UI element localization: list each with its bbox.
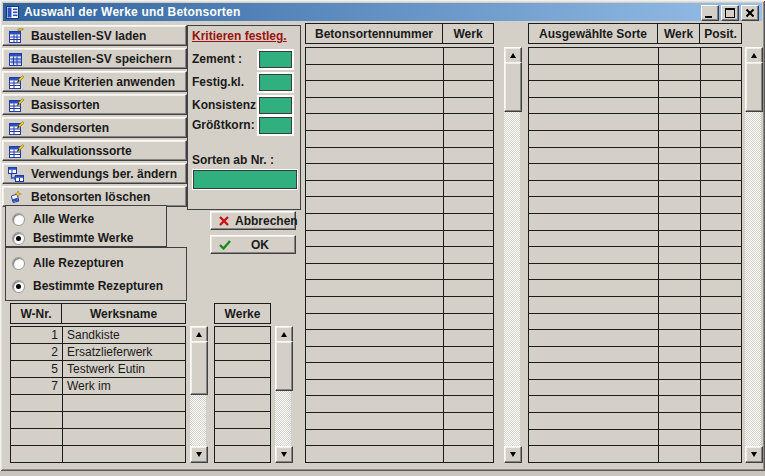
table-row[interactable] — [528, 113, 742, 131]
table-row[interactable] — [528, 97, 742, 115]
ausgewaehlte-sorte-column-header[interactable]: Ausgewählte Sorte — [528, 23, 658, 44]
kalkulationssorte-button[interactable]: Kalkulationssorte — [2, 140, 187, 161]
table-row[interactable] — [305, 97, 494, 115]
table-row[interactable] — [528, 213, 742, 231]
table-row[interactable] — [528, 64, 742, 82]
table-row[interactable] — [305, 130, 494, 148]
table-row[interactable] — [528, 395, 742, 413]
close-button[interactable] — [741, 5, 759, 21]
wnr-column-header[interactable]: W-Nr. — [10, 303, 62, 324]
table-row[interactable] — [528, 80, 742, 98]
selected-werke-scrollbar[interactable] — [275, 326, 291, 463]
minimize-button[interactable] — [701, 5, 719, 21]
table-row[interactable] — [305, 329, 494, 347]
table-row[interactable] — [528, 279, 742, 297]
table-row[interactable] — [10, 445, 186, 463]
table-row[interactable] — [305, 296, 494, 314]
table-row[interactable] — [305, 395, 494, 413]
groesstkorn-field[interactable] — [259, 117, 292, 134]
festigkl-field[interactable] — [259, 74, 292, 91]
zement-field[interactable] — [259, 51, 292, 68]
table-row[interactable] — [305, 445, 494, 463]
table-row[interactable] — [305, 196, 494, 214]
table-row[interactable] — [214, 343, 271, 361]
table-row[interactable] — [214, 360, 271, 378]
table-row[interactable] — [214, 445, 271, 463]
table-row[interactable] — [528, 313, 742, 331]
table-row[interactable] — [305, 346, 494, 364]
titlebar[interactable]: Auswahl der Werke und Betonsorten — [3, 3, 762, 21]
cancel-button[interactable]: Abbrechen — [210, 211, 296, 230]
table-row[interactable] — [528, 180, 742, 198]
baustellen-sv-speichern-button[interactable]: Baustellen-SV speichern — [2, 48, 187, 69]
neue-kriterien-anwenden-button[interactable]: Neue Kriterien anwenden — [2, 71, 187, 92]
werk-column-header[interactable]: Werk — [657, 23, 700, 44]
table-row[interactable] — [305, 180, 494, 198]
table-row[interactable] — [305, 362, 494, 380]
table-row[interactable] — [214, 377, 271, 395]
ok-button[interactable]: OK — [210, 235, 296, 254]
table-row[interactable] — [305, 263, 494, 281]
table-row[interactable]: 1Sandkiste — [10, 326, 186, 344]
werke-table-scrollbar[interactable] — [190, 326, 206, 463]
table-row[interactable] — [305, 113, 494, 131]
scroll-down-button[interactable] — [275, 446, 293, 463]
table-row[interactable] — [528, 263, 742, 281]
konsistenz-field[interactable] — [259, 97, 292, 114]
maximize-button[interactable] — [721, 5, 739, 21]
sorten-ab-nr-input[interactable] — [193, 170, 297, 189]
radio-alle-rezepturen[interactable]: Alle Rezepturen — [13, 256, 124, 270]
table-row[interactable] — [305, 429, 494, 447]
table-row[interactable] — [214, 428, 271, 446]
ausgewaehlte-table-scrollbar[interactable] — [745, 47, 761, 463]
betonsorten-table-scrollbar[interactable] — [504, 47, 520, 463]
table-row[interactable] — [528, 163, 742, 181]
scroll-down-button[interactable] — [504, 446, 522, 463]
betonsorten-loeschen-button[interactable]: Betonsorten löschen — [2, 186, 187, 207]
table-row[interactable] — [528, 346, 742, 364]
table-row[interactable]: 2Ersatzlieferwerk — [10, 343, 186, 361]
table-row[interactable] — [528, 429, 742, 447]
posit-column-header[interactable]: Posit. — [699, 23, 742, 44]
table-row[interactable] — [10, 411, 186, 429]
scrollbar-thumb[interactable] — [504, 62, 522, 112]
table-row[interactable] — [214, 394, 271, 412]
werk-column-header[interactable]: Werk — [442, 23, 494, 44]
table-row[interactable] — [305, 379, 494, 397]
table-row[interactable] — [528, 362, 742, 380]
baustellen-sv-laden-button[interactable]: Baustellen-SV laden — [2, 25, 187, 46]
werksname-column-header[interactable]: Werksname — [61, 303, 186, 324]
table-row[interactable] — [305, 246, 494, 264]
sondersorten-button[interactable]: Sondersorten — [2, 117, 187, 138]
table-row[interactable] — [10, 394, 186, 412]
table-row[interactable] — [528, 246, 742, 264]
table-row[interactable] — [528, 47, 742, 65]
radio-bestimmte-rezepturen[interactable]: Bestimmte Rezepturen — [13, 279, 163, 293]
table-row[interactable] — [305, 279, 494, 297]
table-row[interactable] — [528, 445, 742, 463]
table-row[interactable] — [528, 329, 742, 347]
table-row[interactable]: 7Werk im — [10, 377, 186, 395]
table-row[interactable] — [528, 196, 742, 214]
scroll-down-button[interactable] — [745, 446, 763, 463]
radio-bestimmte-werke[interactable]: Bestimmte Werke — [13, 231, 134, 245]
table-row[interactable] — [10, 428, 186, 446]
table-row[interactable] — [305, 412, 494, 430]
table-row[interactable] — [305, 230, 494, 248]
table-row[interactable] — [305, 163, 494, 181]
table-row[interactable] — [305, 313, 494, 331]
table-row[interactable] — [214, 411, 271, 429]
scrollbar-thumb[interactable] — [275, 341, 293, 391]
scrollbar-thumb[interactable] — [745, 62, 763, 112]
table-row[interactable] — [528, 130, 742, 148]
basissorten-button[interactable]: Basissorten — [2, 94, 187, 115]
selected-werke-header[interactable]: Werke — [214, 303, 271, 324]
scroll-down-button[interactable] — [190, 446, 208, 463]
verwendungsbereich-aendern-button[interactable]: Verwendungs ber. ändern — [2, 163, 187, 184]
table-row[interactable] — [305, 47, 494, 65]
table-row[interactable] — [528, 379, 742, 397]
table-row[interactable] — [305, 147, 494, 165]
table-row[interactable] — [528, 296, 742, 314]
betonsortennummer-column-header[interactable]: Betonsortennummer — [305, 23, 443, 44]
radio-alle-werke[interactable]: Alle Werke — [13, 212, 94, 226]
